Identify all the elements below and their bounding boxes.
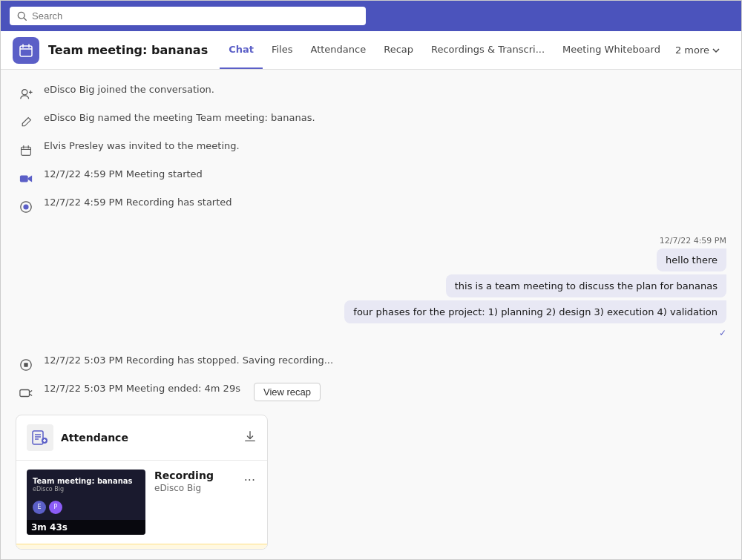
svg-rect-18 [20,389,30,396]
message-bubble: four phases for the project: 1) planning… [344,300,726,323]
system-message: eDisco Big joined the conversation. [16,82,726,107]
recording-more-button[interactable]: ... [240,468,260,485]
tabs-more-button[interactable]: 2 more [669,31,726,69]
pencil-icon [16,112,36,133]
meeting-icon-box [13,37,39,64]
attendance-row: Attendance [16,415,267,461]
system-message: 12/7/22 4:59 PM Meeting started [16,166,726,191]
svg-rect-2 [20,46,32,56]
svg-rect-17 [24,363,27,366]
meeting-title: Team meeting: bananas [48,43,208,57]
video-icon [16,168,36,189]
read-checkmark: ✓ [719,328,726,338]
system-message: 12/7/22 5:03 PM Recording has stopped. S… [16,352,726,378]
people-join-icon [16,84,36,105]
svg-rect-21 [33,431,43,444]
attendance-label: Attendance [61,432,236,444]
thumbnail-subtitle: eDisco Big [33,486,64,493]
svg-point-15 [23,204,28,209]
message-bubble: hello there [657,248,726,271]
tab-chat[interactable]: Chat [220,31,263,69]
message-bubble: this is a team meeting to discuss the pl… [446,274,726,297]
chevron-down-icon [712,46,720,55]
record-icon [16,197,36,217]
app-header: Team meeting: bananas Chat Files Attenda… [1,31,741,70]
expiry-warning: This recording is set to expire. View or… [16,544,267,550]
attendance-icon [27,424,53,451]
system-message: eDisco Big named the meeting Team meetin… [16,110,726,135]
record-stop-icon [16,355,36,375]
avatar: P [49,501,62,514]
svg-rect-13 [20,176,28,182]
system-message: 12/7/22 4:59 PM Recording has started [16,194,726,220]
tab-whiteboard[interactable]: Meeting Whiteboard [554,31,669,69]
user-message-group: 12/7/22 4:59 PM hello there this is a te… [16,236,726,338]
recording-thumbnail[interactable]: Team meeting: bananas eDisco Big E P 3m … [27,470,145,535]
search-icon [17,11,27,22]
recording-card: Team meeting: bananas eDisco Big E P 3m … [16,461,267,544]
tab-attendance[interactable]: Attendance [301,31,375,69]
calendar-invite-icon [16,140,36,161]
search-wrapper[interactable] [10,7,366,25]
svg-line-1 [24,18,26,20]
view-recap-button[interactable]: View recap [254,383,321,401]
calendar-icon [19,43,33,58]
search-input[interactable] [32,10,358,22]
recording-duration: 3m 43s [27,520,145,535]
system-message: Elvis Presley was invited to the meeting… [16,138,726,163]
tab-recordings[interactable]: Recordings & Transcri... [422,31,554,69]
search-bar [1,1,741,31]
meeting-end-icon [16,383,36,403]
avatar: E [33,501,46,514]
thumbnail-title: Team meeting: bananas [33,477,132,485]
meeting-cards-container: Attendance Team meeting: bananas eDisco … [16,415,268,550]
thumbnail-avatars: E P [33,501,62,514]
svg-point-6 [22,90,27,95]
system-message: 12/7/22 5:03 PM Meeting ended: 4m 29s Vi… [16,381,726,406]
svg-rect-9 [22,147,31,155]
chat-area: eDisco Big joined the conversation. eDis… [1,70,741,560]
tab-files[interactable]: Files [263,31,302,69]
tabs-container: Chat Files Attendance Recap Recordings &… [220,31,726,69]
tab-recap[interactable]: Recap [375,31,422,69]
download-button[interactable] [243,429,257,446]
message-timestamp: 12/7/22 4:59 PM [660,236,726,246]
